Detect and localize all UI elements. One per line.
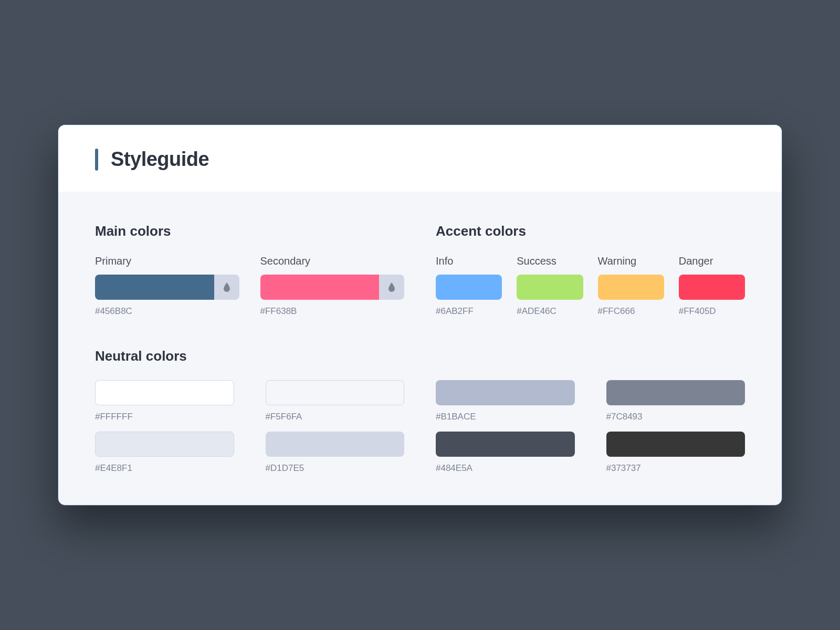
neutral-colors-grid: #FFFFFF #F5F6FA #B1BACE #7C8493 #E4E8F1 [95, 380, 745, 474]
color-swatch[interactable] [598, 275, 664, 300]
color-swatch[interactable] [606, 432, 746, 457]
color-label: Danger [679, 255, 745, 267]
accent-color-danger: Danger #FF405D [679, 255, 745, 317]
color-label: Warning [598, 255, 664, 267]
neutral-color-item: #484E5A [436, 432, 575, 474]
neutral-color-item: #373737 [606, 432, 746, 474]
color-hex: #ADE46C [517, 306, 583, 317]
main-colors-section: Main colors Primary #456B8C [95, 223, 404, 317]
color-hex: #FFFFFF [95, 412, 234, 422]
color-swatch[interactable] [679, 275, 745, 300]
color-hex: #373737 [606, 463, 746, 474]
color-label: Primary [95, 255, 239, 267]
card-body: Main colors Primary #456B8C [58, 192, 782, 505]
accent-color-info: Info #6AB2FF [436, 255, 502, 317]
main-color-secondary: Secondary #FF638B [260, 255, 405, 317]
color-swatch[interactable] [436, 380, 575, 405]
color-hex: #B1BACE [436, 412, 575, 422]
accent-color-success: Success #ADE46C [517, 255, 583, 317]
color-hex: #FF405D [679, 306, 745, 317]
color-hex: #456B8C [95, 306, 239, 317]
neutral-color-item: #D1D7E5 [266, 432, 405, 474]
color-hex: #7C8493 [606, 412, 746, 422]
accent-colors-section: Accent colors Info #6AB2FF Success #ADE4… [436, 223, 745, 317]
main-color-primary: Primary #456B8C [95, 255, 239, 317]
color-swatch[interactable] [517, 275, 583, 300]
accent-colors-title: Accent colors [436, 223, 745, 239]
main-colors-row: Primary #456B8C Secondary [95, 255, 404, 317]
drop-icon [223, 282, 231, 292]
neutral-color-item: #B1BACE [436, 380, 575, 422]
color-swatch[interactable] [606, 380, 746, 405]
eyedropper-button[interactable] [379, 275, 404, 300]
header-accent-bar [95, 149, 98, 171]
page-title: Styleguide [111, 148, 209, 171]
neutral-color-item: #7C8493 [606, 380, 746, 422]
color-label: Secondary [260, 255, 405, 267]
neutral-color-item: #E4E8F1 [95, 432, 234, 474]
styleguide-card: Styleguide Main colors Primary [58, 124, 782, 506]
color-swatch[interactable] [266, 432, 405, 457]
neutral-colors-title: Neutral colors [95, 348, 745, 364]
color-hex: #6AB2FF [436, 306, 502, 317]
color-swatch[interactable] [436, 432, 575, 457]
color-swatch[interactable] [266, 380, 405, 405]
color-swatch-wrap [95, 275, 239, 300]
accent-colors-row: Info #6AB2FF Success #ADE46C Warning #FF… [436, 255, 745, 317]
top-row: Main colors Primary #456B8C [95, 223, 745, 317]
color-hex: #FFC666 [598, 306, 664, 317]
neutral-color-item: #F5F6FA [266, 380, 405, 422]
card-header: Styleguide [58, 125, 782, 192]
color-swatch[interactable] [260, 275, 380, 300]
neutral-color-item: #FFFFFF [95, 380, 234, 422]
accent-color-warning: Warning #FFC666 [598, 255, 664, 317]
color-swatch[interactable] [95, 275, 214, 300]
color-swatch[interactable] [436, 275, 502, 300]
color-hex: #484E5A [436, 463, 575, 474]
drop-icon [387, 282, 396, 292]
color-hex: #F5F6FA [266, 412, 405, 422]
eyedropper-button[interactable] [214, 275, 239, 300]
color-label: Info [436, 255, 502, 267]
color-swatch-wrap [260, 275, 405, 300]
color-swatch[interactable] [95, 380, 234, 405]
color-swatch[interactable] [95, 432, 234, 457]
main-colors-title: Main colors [95, 223, 404, 239]
neutral-colors-section: Neutral colors #FFFFFF #F5F6FA #B1BACE #… [95, 348, 745, 474]
color-hex: #E4E8F1 [95, 463, 234, 474]
color-hex: #FF638B [260, 306, 405, 317]
color-hex: #D1D7E5 [266, 463, 405, 474]
color-label: Success [517, 255, 583, 267]
